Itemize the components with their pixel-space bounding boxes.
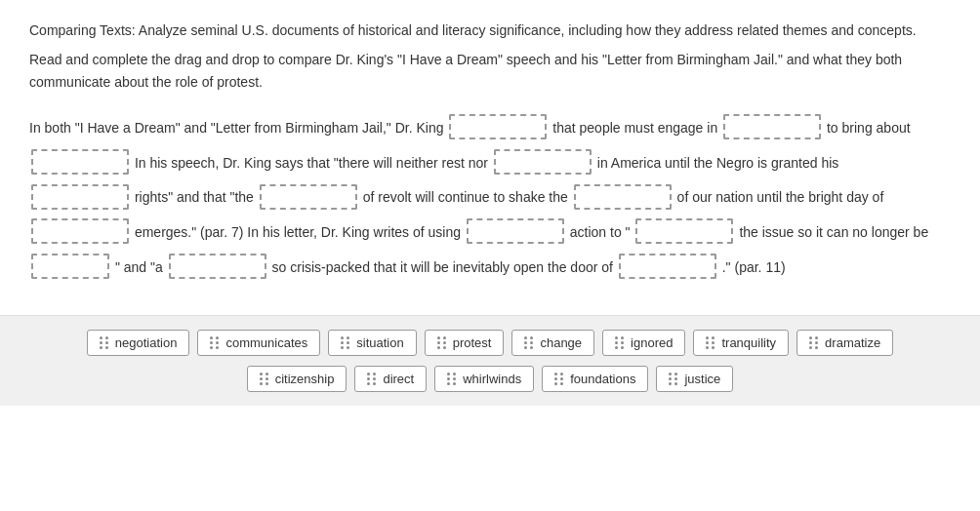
passage-line2-text2: in America until the Negro is granted hi… (597, 155, 838, 171)
drop-zone-1[interactable] (449, 114, 547, 139)
passage-line4: emerges." (par. 7) In his letter, Dr. Ki… (29, 216, 951, 250)
passage-line3-text3: of our nation until the bright day of (677, 189, 884, 205)
passage-line4-text1: emerges." (par. 7) In his letter, Dr. Ki… (135, 224, 465, 240)
word-chip-label-situation: situation (356, 335, 403, 350)
word-bank: negotiationcommunicatessituationprotestc… (0, 315, 980, 406)
passage-line5-text3: ." (par. 11) (722, 259, 786, 275)
drop-zone-13[interactable] (619, 254, 716, 279)
passage-line5-text1: " and "a (115, 259, 167, 275)
word-chip-label-whirlwinds: whirlwinds (463, 372, 521, 386)
word-chip-direct[interactable]: direct (354, 366, 427, 392)
word-chip-ignored[interactable]: ignored (602, 330, 685, 356)
passage-line3-text2: of revolt will continue to shake the (363, 189, 572, 205)
word-chip-label-justice: justice (684, 372, 720, 386)
drop-zone-10[interactable] (635, 218, 733, 244)
word-chip-situation[interactable]: situation (328, 330, 416, 356)
passage-line3: rights" and that "the of revolt will con… (29, 181, 951, 215)
instructions: Comparing Texts: Analyze seminal U.S. do… (29, 20, 951, 93)
word-chip-label-dramatize: dramatize (825, 335, 880, 350)
drop-zone-9[interactable] (467, 218, 564, 244)
drop-zone-7[interactable] (574, 184, 672, 210)
word-chip-label-change: change (540, 335, 582, 350)
word-chip-label-communicates: communicates (225, 335, 307, 350)
passage-line5: " and "a so crisis-packed that it will b… (29, 252, 951, 285)
word-chip-communicates[interactable]: communicates (197, 330, 320, 356)
drop-zone-4[interactable] (494, 149, 592, 175)
word-chip-label-foundations: foundations (570, 372, 635, 386)
passage-line2-text1: In his speech, Dr. King says that "there… (135, 155, 492, 171)
word-chip-dramatize[interactable]: dramatize (796, 330, 893, 356)
drop-zone-11[interactable] (31, 254, 109, 279)
word-chip-foundations[interactable]: foundations (542, 366, 648, 392)
word-chip-negotiation[interactable]: negotiation (87, 330, 190, 356)
word-bank-row2: citizenshipdirectwhirlwindsfoundationsju… (247, 366, 734, 392)
passage-line4-text2: action to " (570, 224, 631, 240)
passage: In both "I Have a Dream" and "Letter fro… (29, 112, 951, 284)
word-chip-citizenship[interactable]: citizenship (247, 366, 347, 392)
word-chip-change[interactable]: change (511, 330, 594, 356)
word-chip-whirlwinds[interactable]: whirlwinds (434, 366, 534, 392)
passage-line1-text3: to bring about (827, 120, 911, 136)
instruction-line1: Comparing Texts: Analyze seminal U.S. do… (29, 20, 951, 41)
word-chip-label-direct: direct (383, 372, 414, 386)
word-chip-tranquility[interactable]: tranquility (693, 330, 789, 356)
passage-line1-text2: that people must engage in (552, 120, 721, 136)
passage-line2: In his speech, Dr. King says that "there… (29, 147, 951, 180)
drop-zone-3[interactable] (31, 149, 129, 175)
main-content: Comparing Texts: Analyze seminal U.S. do… (0, 0, 980, 295)
word-chip-label-tranquility: tranquility (721, 335, 776, 350)
drop-zone-5[interactable] (31, 184, 129, 210)
word-bank-row1: negotiationcommunicatessituationprotestc… (87, 330, 893, 356)
passage-line1-text1: In both "I Have a Dream" and "Letter fro… (29, 120, 447, 136)
passage-line3-text1: rights" and that "the (135, 189, 258, 205)
word-chip-label-ignored: ignored (631, 335, 673, 350)
word-chip-label-citizenship: citizenship (275, 372, 335, 386)
instruction-line2: Read and complete the drag and drop to c… (29, 49, 951, 93)
passage-line4-text3: the issue so it can no longer be (739, 224, 928, 240)
passage-line1: In both "I Have a Dream" and "Letter fro… (29, 112, 951, 145)
drop-zone-12[interactable] (169, 254, 266, 279)
drop-zone-8[interactable] (31, 218, 129, 244)
word-chip-justice[interactable]: justice (656, 366, 733, 392)
drop-zone-2[interactable] (723, 114, 821, 139)
passage-line5-text2: so crisis-packed that it will be inevita… (272, 259, 617, 275)
word-chip-label-negotiation: negotiation (115, 335, 178, 350)
word-chip-label-protest: protest (453, 335, 492, 350)
drop-zone-6[interactable] (260, 184, 357, 210)
word-chip-protest[interactable]: protest (425, 330, 505, 356)
